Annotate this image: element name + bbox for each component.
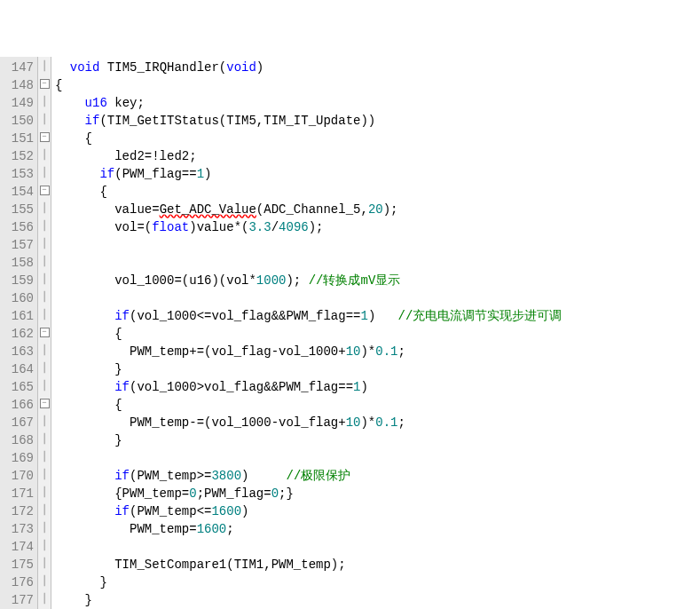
fold-guide: │ [38,146,51,163]
code-line[interactable] [55,289,700,307]
fold-guide: │ [38,483,51,501]
line-number: 157 [7,236,34,254]
code-line[interactable]: vol_1000=(u16)(vol*1000); //转换成mV显示 [55,272,700,289]
line-number: 176 [7,573,34,591]
fold-guide: │ [38,412,51,430]
code-line[interactable]: void TIM5_IRQHandler(void) [55,59,700,76]
line-number: 168 [7,431,34,449]
line-number: 153 [7,165,34,183]
line-number: 177 [7,591,34,609]
fold-guide: │ [38,376,51,394]
fold-toggle-icon[interactable]: − [38,128,51,146]
line-number: 164 [7,360,34,378]
fold-guide: │ [38,430,51,447]
line-number-gutter: 1471481491501511521531541551561571581591… [0,57,38,609]
line-number: 158 [7,254,34,272]
fold-guide: │ [38,234,51,252]
code-line[interactable]: { [55,183,700,201]
code-line[interactable]: if(TIM_GetITStatus(TIM5,TIM_IT_Update)) [55,112,700,130]
code-line[interactable] [55,236,700,254]
line-number: 151 [7,130,34,147]
code-line[interactable]: u16 key; [55,94,700,112]
code-line[interactable]: { [55,130,700,147]
fold-guide: │ [38,270,51,288]
code-line[interactable]: if(PWM_flag==1) [55,165,700,183]
fold-guide: │ [38,110,51,128]
fold-guide: │ [38,536,51,554]
line-number: 172 [7,502,34,520]
code-line[interactable]: if(PWM_temp>=3800) //极限保护 [55,467,700,485]
line-number: 148 [7,76,34,94]
line-number: 152 [7,147,34,165]
line-number: 156 [7,218,34,236]
fold-guide: │ [38,589,51,607]
fold-guide: │ [38,572,51,589]
fold-guide: │ [38,92,51,110]
line-number: 150 [7,112,34,130]
line-number: 155 [7,201,34,218]
line-number: 165 [7,378,34,396]
code-line[interactable]: { [55,325,700,343]
line-number: 171 [7,485,34,502]
code-line[interactable]: { [55,76,700,94]
fold-guide: │ [38,199,51,217]
fold-guide: │ [38,163,51,181]
code-area[interactable]: void TIM5_IRQHandler(void){ u16 key; if(… [51,57,700,609]
code-line[interactable]: } [55,573,700,591]
line-number: 149 [7,94,34,112]
code-line[interactable]: {PWM_temp=0;PWM_flag=0;} [55,485,700,502]
fold-guide: │ [38,465,51,483]
code-line[interactable]: value=Get_ADC_Value(ADC_Channel_5,20); [55,201,700,218]
code-line[interactable]: PWM_temp-=(vol_1000-vol_flag+10)*0.1; [55,414,700,431]
code-line[interactable]: if(vol_1000>vol_flag&&PWM_flag==1) [55,378,700,396]
code-line[interactable]: if(vol_1000<=vol_flag&&PWM_flag==1) //充电… [55,307,700,325]
line-number: 159 [7,272,34,289]
line-number: 170 [7,467,34,485]
line-number: 161 [7,307,34,325]
fold-guide: │ [38,554,51,572]
fold-guide: │ [38,359,51,376]
line-number: 163 [7,343,34,360]
fold-guide: │ [38,57,51,75]
code-line[interactable] [55,449,700,467]
fold-guide: │ [38,288,51,305]
fold-guide: │ [38,447,51,465]
line-number: 160 [7,289,34,307]
code-line[interactable]: } [55,360,700,378]
code-line[interactable]: PWM_temp=1600; [55,520,700,538]
fold-guide: │ [38,305,51,323]
line-number: 167 [7,414,34,431]
fold-toggle-icon[interactable]: − [38,323,51,341]
line-number: 175 [7,556,34,573]
line-number: 173 [7,520,34,538]
code-line[interactable]: vol=(float)value*(3.3/4096); [55,218,700,236]
fold-column[interactable]: │−││−││−│││││││−│││−││││││││││││││ [38,57,51,609]
fold-guide: │ [38,341,51,359]
fold-toggle-icon[interactable]: − [38,181,51,199]
line-number: 166 [7,396,34,414]
fold-guide: │ [38,217,51,234]
fold-guide: │ [38,501,51,518]
code-line[interactable]: TIM_SetCompare1(TIM1,PWM_temp); [55,556,700,573]
line-number: 154 [7,183,34,201]
code-line[interactable] [55,538,700,556]
line-number: 147 [7,59,34,76]
code-line[interactable]: } [55,591,700,609]
code-line[interactable]: if(PWM_temp<=1600) [55,502,700,520]
code-line[interactable]: PWM_temp+=(vol_flag-vol_1000+10)*0.1; [55,343,700,360]
line-number: 169 [7,449,34,467]
fold-toggle-icon[interactable]: − [38,75,51,92]
fold-guide: │ [38,518,51,536]
code-line[interactable]: } [55,431,700,449]
line-number: 162 [7,325,34,343]
fold-toggle-icon[interactable]: − [38,394,51,412]
code-editor: 1471481491501511521531541551561571581591… [0,57,700,609]
fold-guide: │ [38,252,51,270]
line-number: 174 [7,538,34,556]
code-line[interactable]: { [55,396,700,414]
code-line[interactable] [55,254,700,272]
code-line[interactable]: led2=!led2; [55,147,700,165]
